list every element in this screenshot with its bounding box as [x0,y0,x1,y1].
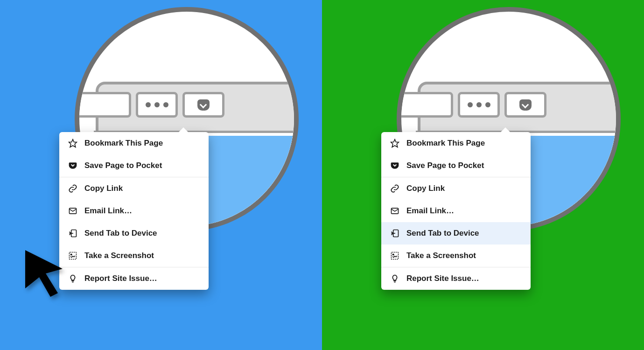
menu-item-label: Bookmark This Page [406,139,485,148]
menu-item-bookmark[interactable]: Bookmark This Page [59,132,209,154]
menu-item-copy-link[interactable]: Copy Link [59,177,209,200]
svg-marker-6 [25,250,63,297]
mail-icon [68,206,78,216]
menu-item-label: Save Page to Pocket [84,161,162,170]
page-actions-menu: Bookmark This Page Save Page to Pocket C… [59,132,209,290]
menu-item-label: Take a Screenshot [84,251,154,260]
pocket-button[interactable] [182,92,224,118]
menu-item-email-link[interactable]: Email Link… [59,200,209,222]
menu-item-label: Email Link… [84,206,132,216]
bulb-icon [390,273,400,284]
menu-item-label: Bookmark This Page [84,139,163,148]
menu-item-pocket[interactable]: Save Page to Pocket [59,154,209,177]
menu-item-label: Report Site Issue… [406,274,479,283]
send-device-icon [390,228,400,238]
dots-icon [146,102,168,107]
menu-item-bookmark[interactable]: Bookmark This Page [381,132,531,154]
svg-point-12 [392,254,394,255]
url-bar [75,92,131,118]
pocket-icon [197,99,210,111]
page-actions-button[interactable] [458,92,500,118]
page-actions-button[interactable] [136,92,178,118]
menu-item-label: Send Tab to Device [406,229,479,238]
menu-item-screenshot[interactable]: Take a Screenshot [59,245,209,267]
menu-item-screenshot[interactable]: Take a Screenshot [381,245,531,267]
star-icon [68,138,78,148]
screenshot-icon [390,251,400,261]
link-icon [68,183,78,194]
pocket-icon [68,161,78,171]
menu-item-label: Copy Link [84,184,123,193]
svg-marker-7 [391,140,399,147]
menu-item-label: Save Page to Pocket [406,161,484,170]
svg-point-5 [70,254,72,255]
menu-item-report-issue[interactable]: Report Site Issue… [59,267,209,290]
menu-item-send-tab[interactable]: Send Tab to Device [59,222,209,245]
browser-toolbar [98,92,299,125]
pocket-button[interactable] [504,92,546,118]
menu-item-report-issue[interactable]: Report Site Issue… [381,267,531,290]
menu-item-pocket[interactable]: Save Page to Pocket [381,154,531,177]
pocket-icon [390,161,400,171]
send-device-icon [68,228,78,238]
panel-touch: Bookmark This Page Save Page to Pocket C… [322,0,644,350]
link-icon [390,183,400,194]
menu-item-label: Email Link… [406,206,454,216]
menu-item-label: Report Site Issue… [84,274,157,283]
menu-item-label: Take a Screenshot [406,251,476,260]
menu-item-send-tab[interactable]: Send Tab to Device [381,222,531,245]
bulb-icon [68,273,78,284]
menu-item-label: Copy Link [406,184,445,193]
mouse-cursor-icon [21,246,66,300]
panel-mouse: Bookmark This Page Save Page to Pocket C… [0,0,322,350]
svg-marker-0 [69,140,77,147]
dots-icon [468,102,490,107]
star-icon [390,138,400,148]
mail-icon [390,206,400,216]
url-bar [397,92,453,118]
page-actions-menu: Bookmark This Page Save Page to Pocket C… [381,132,531,290]
menu-item-copy-link[interactable]: Copy Link [381,177,531,200]
screenshot-icon [68,251,78,261]
pocket-icon [519,99,532,111]
menu-item-label: Send Tab to Device [84,229,157,238]
browser-toolbar [420,92,621,125]
menu-item-email-link[interactable]: Email Link… [381,200,531,222]
